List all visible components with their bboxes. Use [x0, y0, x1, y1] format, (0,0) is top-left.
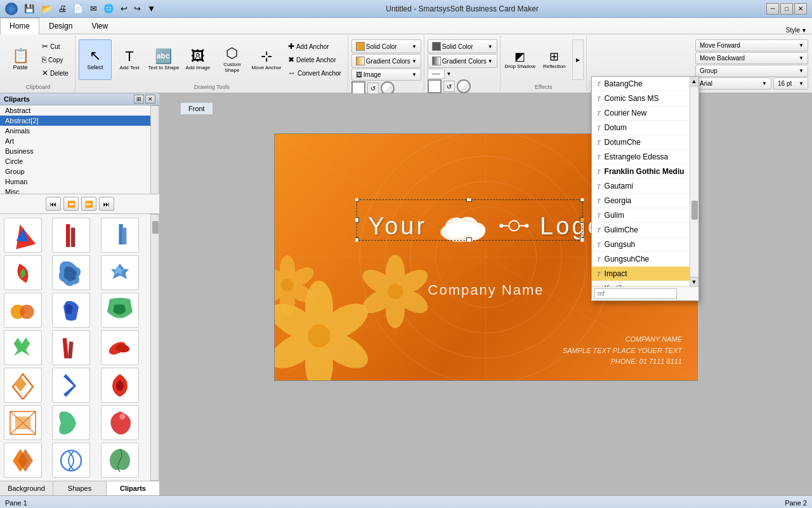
- font-dropdown[interactable]: T BatangChe T Comic Sans MS T Courier Ne…: [591, 76, 699, 301]
- move-forward-btn[interactable]: Move Forward ▼: [695, 39, 808, 51]
- group-btn[interactable]: Group ▼: [695, 65, 808, 77]
- select-button[interactable]: ↖ Select: [79, 39, 112, 80]
- minimize-button[interactable]: ─: [766, 3, 779, 15]
- tab-cliparts[interactable]: Cliparts: [107, 481, 159, 495]
- cut-button[interactable]: ✂ Cut: [38, 40, 72, 53]
- font-georgia[interactable]: T Georgia: [592, 194, 690, 208]
- close-button[interactable]: ✕: [794, 3, 807, 15]
- paste-button[interactable]: 📋 Paste: [4, 39, 37, 80]
- image-fill-btn[interactable]: 🖼 Image ▼: [351, 69, 421, 81]
- convert-anchor-button[interactable]: ↔ Convert Anchor: [284, 67, 345, 79]
- nav-prev-btn[interactable]: ⏪: [63, 197, 79, 211]
- font-search-input[interactable]: [594, 288, 677, 299]
- add-text-button[interactable]: T Add Text: [113, 39, 146, 80]
- font-impact[interactable]: T Impact: [592, 267, 690, 281]
- category-abstract2[interactable]: Abstract[2]: [0, 116, 150, 126]
- stroke-white-swatch[interactable]: [428, 79, 442, 93]
- clipart-8[interactable]: [52, 293, 90, 328]
- category-animals[interactable]: Animals: [0, 126, 150, 136]
- clipart-12[interactable]: [101, 330, 139, 365]
- category-misc[interactable]: Misc: [0, 187, 150, 194]
- qa-more[interactable]: ▼: [145, 2, 158, 15]
- gradient-fill-btn[interactable]: Gradient Colors ▼: [351, 54, 421, 68]
- clipart-19[interactable]: [4, 443, 42, 478]
- solid-color-fill-btn[interactable]: Solid Color ▼: [351, 39, 421, 53]
- qa-undo[interactable]: ↩: [118, 2, 130, 15]
- font-estrangelo[interactable]: T Estrangelo Edessa: [592, 150, 690, 164]
- clipart-15[interactable]: [101, 368, 139, 403]
- category-group[interactable]: Group: [0, 166, 150, 177]
- clipart-13[interactable]: [4, 368, 42, 403]
- font-gautami[interactable]: T Gautami: [592, 179, 690, 194]
- tab-design[interactable]: Design: [39, 18, 82, 34]
- tab-home[interactable]: Home: [0, 18, 39, 34]
- add-anchor-button[interactable]: ✚ Add Anchor: [284, 40, 345, 53]
- category-business[interactable]: Business: [0, 146, 150, 156]
- clipart-7[interactable]: [4, 293, 42, 328]
- clipart-16[interactable]: [4, 405, 42, 440]
- qa-redo[interactable]: ↪: [131, 2, 143, 15]
- style-arrow[interactable]: ▼: [801, 27, 807, 34]
- font-family-btn[interactable]: Arial ▼: [695, 77, 771, 90]
- font-kartika[interactable]: T Kartika: [592, 281, 690, 286]
- nav-last-btn[interactable]: ⏭: [99, 197, 114, 211]
- font-gulimche[interactable]: T GulimChe: [592, 223, 690, 237]
- font-dotumche[interactable]: T DotumChe: [592, 135, 690, 150]
- font-size-btn[interactable]: 16 pt ▼: [773, 77, 808, 90]
- font-comicsans[interactable]: T Comic Sans MS: [592, 91, 690, 106]
- font-batangche[interactable]: T BatangChe: [592, 77, 690, 91]
- qa-save[interactable]: 💾: [22, 2, 37, 15]
- fill-cycle-btn[interactable]: ↺: [367, 83, 379, 94]
- clipart-10[interactable]: [4, 330, 42, 365]
- clipart-2[interactable]: [52, 218, 90, 253]
- category-art[interactable]: Art: [0, 136, 150, 146]
- clipart-1[interactable]: [4, 218, 42, 253]
- stroke-cycle-btn[interactable]: ↺: [443, 81, 455, 92]
- category-scrollbar[interactable]: [150, 105, 159, 194]
- category-human[interactable]: Human: [0, 177, 150, 187]
- panel-float-btn[interactable]: ⊞: [134, 95, 144, 104]
- qa-open[interactable]: 📂: [39, 2, 55, 15]
- font-dotum[interactable]: T Dotum: [592, 121, 690, 135]
- clipart-scrollbar[interactable]: [150, 214, 159, 481]
- clipart-4[interactable]: [4, 255, 42, 290]
- font-gulim[interactable]: T Gulim: [592, 208, 690, 223]
- clipart-5[interactable]: [52, 255, 90, 290]
- clipart-18[interactable]: [101, 405, 139, 440]
- canvas-tab-front[interactable]: Front: [180, 102, 213, 114]
- font-gungsuh[interactable]: T Gungsuh: [592, 237, 690, 252]
- gradient-stroke-btn[interactable]: Gradient Colors ▼: [428, 54, 497, 68]
- clipart-3[interactable]: [101, 218, 139, 253]
- custom-shape-button[interactable]: ⬡ Custom Shape: [216, 39, 249, 80]
- move-backward-btn[interactable]: Move Backward ▼: [695, 52, 808, 64]
- qa-web[interactable]: 🌐: [101, 2, 117, 15]
- delete-anchor-button[interactable]: ✖ Delete Anchor: [284, 53, 345, 66]
- solid-stroke-btn[interactable]: Solid Color ▼: [428, 39, 497, 53]
- effects-more-btn[interactable]: ▶: [572, 39, 584, 80]
- canvas-area[interactable]: Front: [160, 93, 812, 495]
- nav-first-btn[interactable]: ⏮: [46, 197, 61, 211]
- category-circle[interactable]: Circle: [0, 156, 150, 166]
- font-franklin[interactable]: T Franklin Gothic Mediu: [592, 164, 690, 179]
- clipart-6[interactable]: [101, 255, 139, 290]
- add-image-button[interactable]: 🖼 Add Image: [181, 39, 214, 80]
- tab-background[interactable]: Background: [0, 481, 53, 495]
- maximize-button[interactable]: □: [780, 3, 793, 15]
- stroke-transparency[interactable]: [457, 79, 471, 93]
- clipart-11[interactable]: [52, 330, 90, 365]
- category-abstract[interactable]: Abstract: [0, 105, 150, 116]
- clipart-14[interactable]: [52, 368, 90, 403]
- clipart-17[interactable]: [52, 405, 90, 440]
- panel-close-btn[interactable]: ✕: [145, 95, 155, 104]
- clipart-grid[interactable]: [0, 214, 150, 481]
- tab-shapes[interactable]: Shapes: [53, 481, 107, 495]
- font-list[interactable]: T BatangChe T Comic Sans MS T Courier Ne…: [592, 77, 690, 286]
- qa-print[interactable]: 🖨: [56, 2, 69, 15]
- drop-shadow-button[interactable]: ◩ Drop Shadow: [504, 39, 537, 80]
- qa-pdf[interactable]: 📄: [70, 2, 86, 15]
- clipart-9[interactable]: [101, 293, 139, 328]
- font-scrollbar[interactable]: ▲ ▼: [690, 77, 698, 286]
- font-scroll-down[interactable]: ▼: [690, 277, 698, 286]
- font-gungsuhche[interactable]: T GungsuhChe: [592, 252, 690, 267]
- clipart-21[interactable]: [101, 443, 139, 478]
